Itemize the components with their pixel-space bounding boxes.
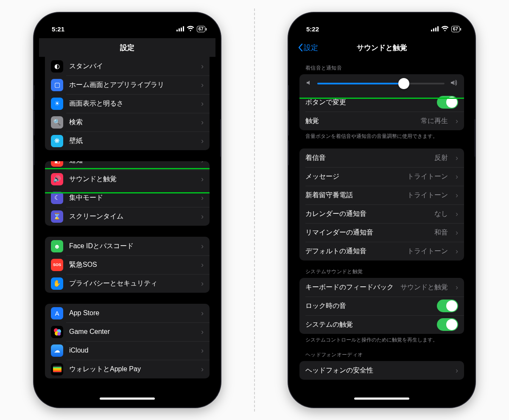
settings-row-スタンバイ[interactable]: ◐スタンバイ›: [45, 57, 210, 76]
settings-row-通知[interactable]: ◧通知›: [45, 161, 210, 170]
settings-row-App Store[interactable]: AApp Store›: [45, 304, 210, 322]
home-indicator[interactable]: [100, 398, 155, 400]
row-label: リマインダーの通知音: [305, 228, 428, 237]
nav-bar: 設定: [39, 38, 215, 57]
settings-row-集中モード[interactable]: ☾集中モード›: [45, 188, 210, 207]
back-button[interactable]: 設定: [298, 43, 318, 53]
スタンバイ-icon: ◐: [51, 60, 63, 73]
svg-rect-13: [431, 30, 432, 31]
ウォレットとApple Pay-icon: [51, 363, 63, 375]
row-label: Game Center: [69, 328, 193, 336]
sounds-list[interactable]: 着信音と通知音ボタンで変更触覚常に再生›音量ボタンを着信音や通知音の音量調整に使…: [294, 57, 470, 402]
svg-rect-3: [183, 26, 184, 31]
keyboard-feedback-row[interactable]: キーボードのフィードバックサウンドと触覚›: [299, 278, 464, 297]
settings-row-スクリーンタイム[interactable]: ⌛スクリーンタイム›: [45, 207, 210, 226]
chevron-icon: ›: [456, 366, 458, 375]
row-label: ボタンで変更: [305, 98, 431, 107]
chevron-icon: ›: [456, 191, 458, 200]
settings-row-サウンドと触覚[interactable]: 🔊サウンドと触覚›: [45, 170, 210, 188]
settings-row-検索[interactable]: 🔍検索›: [45, 113, 210, 132]
chevron-icon: ›: [201, 161, 204, 165]
svg-rect-11: [53, 370, 62, 371]
svg-point-7: [57, 332, 61, 336]
lock-sound-row[interactable]: ロック時の音: [299, 297, 464, 315]
battery-icon: 67: [451, 26, 460, 32]
battery-icon: 67: [197, 26, 205, 32]
chevron-icon: ›: [201, 99, 204, 108]
chevron-icon: ›: [201, 137, 204, 146]
row-label: iCloud: [69, 347, 193, 354]
row-label: 画面表示と明るさ: [69, 99, 193, 108]
row-label: 集中モード: [69, 193, 193, 202]
headphone-header: ヘッドフォンオーディオ: [294, 344, 470, 361]
svg-rect-12: [53, 371, 62, 372]
settings-group-3: AApp Store›Game Center›☁iCloud›ウォレットとApp…: [45, 304, 210, 378]
volume-slider[interactable]: [317, 83, 445, 84]
sound-row-メッセージ[interactable]: メッセージトライトーン›: [299, 167, 464, 186]
settings-list[interactable]: ◐スタンバイ›▢ホーム画面とアプリライブラリ›☀画面表示と明るさ›🔍検索›❋壁紙…: [39, 57, 215, 402]
toggle-switch[interactable]: [437, 300, 458, 312]
phone-frame-right: 5:22 67 設定 サウンドと触覚 着信音と通知音ボタンで変更触覚常に再生›音…: [288, 13, 475, 407]
wifi-icon: [187, 25, 194, 33]
sounds-group: 着信音反射›メッセージトライトーン›新着留守番電話トライトーン›カレンダーの通知…: [299, 148, 464, 260]
サウンドと触覚-icon: 🔊: [51, 173, 63, 185]
settings-row-iCloud[interactable]: ☁iCloud›: [45, 341, 210, 360]
settings-row-緊急SOS[interactable]: SOS緊急SOS›: [45, 255, 210, 274]
sound-row-リマインダーの通知音[interactable]: リマインダーの通知音和音›: [299, 223, 464, 242]
row-value: 常に再生: [421, 117, 448, 126]
chevron-icon: ›: [201, 81, 204, 90]
画面表示と明るさ-icon: ☀: [51, 98, 63, 110]
row-label: デフォルトの通知音: [305, 247, 401, 256]
row-label: 新着留守番電話: [305, 191, 401, 200]
svg-rect-15: [435, 28, 436, 31]
row-label: 検索: [69, 118, 193, 127]
chevron-icon: ›: [201, 193, 204, 202]
ringer-footer: 音量ボタンを着信音や通知音の音量調整に使用できます。: [294, 130, 470, 140]
settings-row-プライバシーとセキュリティ[interactable]: ✋プライバシーとセキュリティ›: [45, 274, 210, 293]
row-label: スクリーンタイム: [69, 212, 193, 221]
settings-group-0: ◐スタンバイ›▢ホーム画面とアプリライブラリ›☀画面表示と明るさ›🔍検索›❋壁紙…: [45, 57, 210, 150]
settings-group-1: ◧通知›🔊サウンドと触覚›☾集中モード›⌛スクリーンタイム›: [45, 161, 210, 226]
sound-row-デフォルトの通知音[interactable]: デフォルトの通知音トライトーン›: [299, 242, 464, 260]
toggle-switch[interactable]: [437, 96, 458, 109]
row-label: 緊急SOS: [69, 260, 193, 269]
chevron-icon: ›: [456, 117, 458, 126]
svg-rect-1: [179, 28, 180, 31]
ringer-group: ボタンで変更触覚常に再生›: [299, 74, 464, 130]
settings-row-Face IDとパスコード[interactable]: ☻Face IDとパスコード›: [45, 237, 210, 255]
chevron-icon: ›: [201, 309, 204, 318]
volume-slider-row[interactable]: [299, 74, 464, 93]
row-value: トライトーン: [407, 172, 448, 181]
chevron-icon: ›: [456, 228, 458, 237]
chevron-icon: ›: [456, 283, 458, 292]
row-value: 反射: [434, 154, 448, 162]
settings-row-ウォレットとApple Pay[interactable]: ウォレットとApple Pay›: [45, 360, 210, 378]
signal-icon: [431, 25, 439, 33]
row-label: 触覚: [305, 117, 415, 126]
settings-row-画面表示と明るさ[interactable]: ☀画面表示と明るさ›: [45, 94, 210, 113]
change-with-buttons-row[interactable]: ボタンで変更: [299, 93, 464, 112]
chevron-icon: ›: [201, 260, 204, 269]
row-label: キーボードのフィードバック: [305, 283, 394, 292]
chevron-icon: ›: [456, 210, 458, 218]
toggle-switch[interactable]: [437, 318, 458, 331]
row-label: システムの触覚: [305, 320, 431, 329]
headphone-group: ヘッドフォンの安全性›: [299, 361, 464, 380]
haptics-row[interactable]: 触覚常に再生›: [299, 112, 464, 130]
sound-row-新着留守番電話[interactable]: 新着留守番電話トライトーン›: [299, 186, 464, 204]
sound-row-カレンダーの通知音[interactable]: カレンダーの通知音なし›: [299, 204, 464, 223]
settings-row-ホーム画面とアプリライブラリ[interactable]: ▢ホーム画面とアプリライブラリ›: [45, 76, 210, 94]
sound-row-着信音[interactable]: 着信音反射›: [299, 148, 464, 167]
headphone-safety-row[interactable]: ヘッドフォンの安全性›: [299, 361, 464, 380]
row-label: カレンダーの通知音: [305, 210, 428, 218]
row-value: サウンドと触覚: [400, 283, 448, 292]
緊急SOS-icon: SOS: [51, 259, 63, 271]
status-time: 5:22: [306, 25, 319, 33]
row-value: トライトーン: [407, 191, 448, 200]
home-indicator[interactable]: [354, 398, 409, 400]
chevron-icon: ›: [201, 175, 204, 184]
system-haptics-row[interactable]: システムの触覚: [299, 315, 464, 334]
settings-row-壁紙[interactable]: ❋壁紙›: [45, 132, 210, 150]
iCloud-icon: ☁: [51, 344, 63, 357]
settings-row-Game Center[interactable]: Game Center›: [45, 322, 210, 341]
